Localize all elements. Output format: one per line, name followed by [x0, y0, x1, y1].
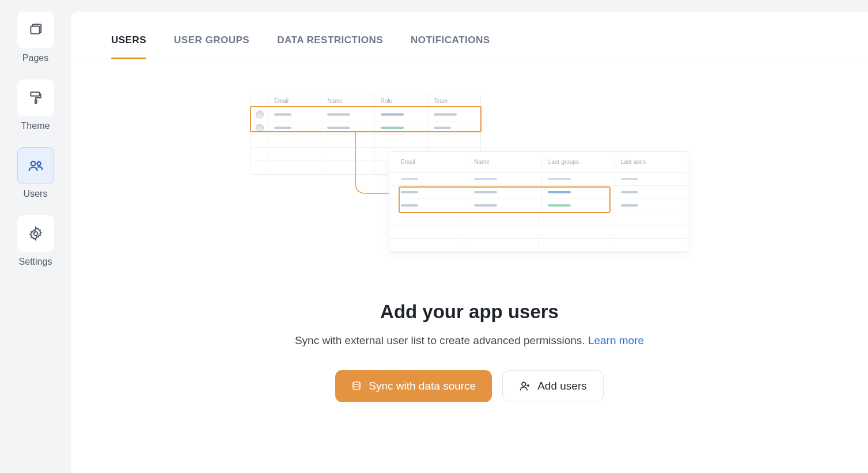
illustration: Email Name Role Team: [251, 94, 688, 278]
sync-with-data-source-button[interactable]: Sync with data source: [335, 370, 492, 402]
tab-notifications[interactable]: NOTIFICATIONS: [411, 35, 490, 59]
illus-header: Last seen: [615, 155, 688, 169]
svg-point-6: [353, 382, 360, 385]
tab-users[interactable]: USERS: [111, 35, 146, 59]
svg-point-4: [37, 162, 40, 165]
illustration-target-table: Email Name User groups Last seen: [389, 151, 688, 253]
sidebar: Pages Theme Users: [0, 0, 71, 473]
sidebar-item-settings[interactable]: Settings: [17, 215, 54, 267]
sidebar-label-users: Users: [24, 189, 48, 199]
svg-point-7: [522, 382, 526, 386]
user-plus-icon: [519, 380, 530, 392]
gear-icon: [17, 215, 54, 252]
svg-rect-2: [35, 100, 36, 104]
add-button-label: Add users: [537, 380, 587, 392]
main-panel: USERS USER GROUPS DATA RESTRICTIONS NOTI…: [71, 12, 868, 473]
database-icon: [351, 381, 362, 391]
sidebar-item-users[interactable]: Users: [17, 147, 54, 199]
learn-more-link[interactable]: Learn more: [588, 334, 644, 346]
svg-point-3: [31, 162, 35, 166]
illus-header: User groups: [542, 155, 615, 169]
sidebar-item-theme[interactable]: Theme: [17, 79, 54, 131]
add-users-button[interactable]: Add users: [502, 370, 604, 402]
sidebar-label-pages: Pages: [22, 53, 48, 63]
illus-header: Name: [321, 94, 374, 108]
pages-icon: [17, 12, 54, 48]
empty-state-subtitle: Sync with external user list to create a…: [295, 334, 644, 347]
sidebar-label-settings: Settings: [19, 257, 52, 267]
svg-point-5: [33, 232, 37, 236]
sidebar-label-theme: Theme: [21, 121, 50, 131]
illus-header: Email: [389, 155, 468, 169]
empty-state-title: Add your app users: [380, 301, 559, 323]
illus-header: Team: [428, 94, 480, 108]
svg-rect-1: [31, 92, 39, 96]
illus-header: Email: [268, 94, 321, 108]
sidebar-item-pages[interactable]: Pages: [17, 12, 54, 63]
tab-user-groups[interactable]: USER GROUPS: [174, 35, 249, 59]
sync-button-label: Sync with data source: [369, 380, 476, 392]
content: Email Name Role Team: [71, 59, 868, 473]
subtitle-text: Sync with external user list to create a…: [295, 334, 588, 346]
button-row: Sync with data source Add users: [335, 370, 603, 402]
users-icon: [17, 147, 54, 184]
tab-data-restrictions[interactable]: DATA RESTRICTIONS: [277, 35, 383, 59]
illus-header: Name: [468, 155, 541, 169]
illus-header: Role: [375, 94, 428, 108]
paint-roller-icon: [17, 79, 54, 116]
tabs: USERS USER GROUPS DATA RESTRICTIONS NOTI…: [71, 12, 868, 59]
svg-rect-0: [31, 26, 39, 34]
